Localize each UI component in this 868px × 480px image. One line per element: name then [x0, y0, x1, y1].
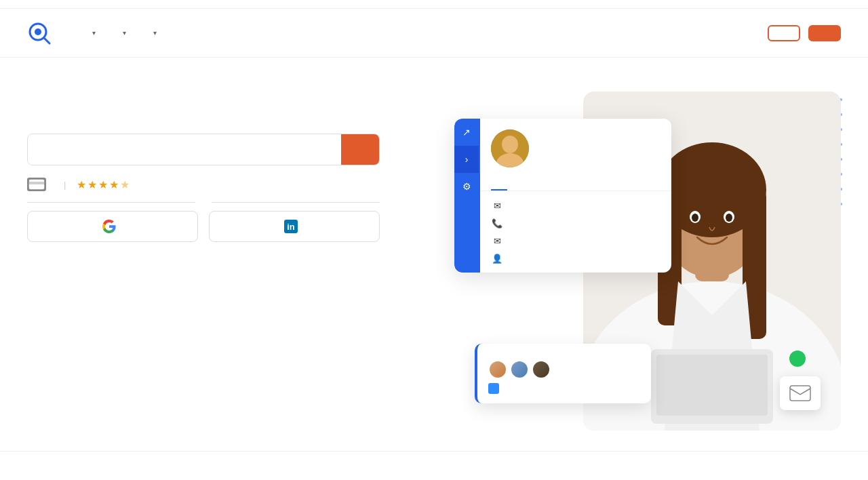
email-icon: ✉ — [491, 199, 503, 212]
trust-separator: | — [64, 180, 66, 190]
detail-phone1: 📞 — [491, 217, 660, 229]
google-icon — [102, 220, 116, 233]
detail-phone2: 👤 — [491, 252, 660, 264]
google-signup-button[interactable] — [27, 211, 198, 242]
external-link-icon[interactable]: ↗ — [454, 119, 479, 146]
notification-badge — [789, 351, 806, 367]
linkedin-icon: in — [284, 220, 298, 233]
svg-rect-21 — [790, 386, 810, 401]
login-button[interactable] — [732, 26, 760, 40]
email-envelope-icon — [789, 385, 811, 401]
hero-right: const dotsContainer = document.querySele… — [448, 98, 841, 424]
trust-row: | ★ ★ ★ ★ ★ — [27, 178, 420, 191]
zoom-icon — [488, 383, 499, 394]
about-chevron-icon: ▾ — [153, 29, 157, 37]
svg-point-1 — [35, 28, 41, 35]
email-form — [27, 134, 380, 165]
nav-links: ▾ ▾ ▾ — [79, 24, 732, 42]
profile-header — [480, 119, 671, 178]
star-rating: ★ ★ ★ ★ ★ — [77, 178, 130, 191]
meeting-card — [475, 344, 651, 403]
chevron-right-icon[interactable]: › — [454, 146, 479, 173]
nav-right — [732, 25, 841, 41]
svg-point-19 — [502, 136, 518, 153]
settings-icon[interactable]: ⚙ — [454, 173, 479, 200]
profile-details: ✉ 📞 ✉ 👤 — [480, 191, 671, 273]
profile-card-content: ✉ 📞 ✉ 👤 — [480, 119, 671, 273]
detail-email1: ✉ — [491, 199, 660, 212]
nav-started-button[interactable] — [808, 25, 841, 41]
svg-rect-17 — [656, 355, 768, 416]
credit-card-icon — [27, 178, 46, 191]
meeting-avatar-2 — [510, 360, 529, 379]
email-input[interactable] — [28, 134, 341, 165]
linkedin-signup-button[interactable]: in — [209, 211, 380, 242]
email-floating — [780, 376, 821, 410]
profile-tabs — [480, 178, 671, 191]
person-icon: 👤 — [491, 252, 503, 264]
trusted-section: amazon Google ☁ ⊞ — [0, 451, 868, 480]
hero-section: | ★ ★ ★ ★ ★ — [0, 58, 868, 451]
svg-point-14 — [692, 214, 698, 222]
pricing-nav-item[interactable] — [170, 28, 192, 39]
svg-point-15 — [726, 214, 732, 222]
meeting-avatar-3 — [532, 360, 551, 379]
customers-nav-item[interactable]: ▾ — [109, 24, 137, 42]
tab-contacts[interactable] — [507, 178, 524, 191]
tab-profile[interactable] — [491, 178, 507, 191]
email2-icon: ✉ — [491, 235, 503, 247]
features-nav-item[interactable]: ▾ — [79, 24, 106, 42]
svg-rect-4 — [28, 182, 45, 184]
meeting-zoom — [488, 383, 640, 394]
tab-company[interactable] — [524, 178, 540, 191]
meeting-avatar-1 — [488, 360, 507, 379]
hero-left: | ★ ★ ★ ★ ★ — [27, 98, 420, 252]
detail-email2: ✉ — [491, 235, 660, 247]
profile-card: ↗ › ⚙ — [454, 119, 671, 273]
demo-button[interactable] — [768, 25, 800, 41]
logo[interactable] — [27, 21, 57, 45]
meeting-avatars — [488, 360, 640, 379]
profile-sidebar: ↗ › ⚙ — [454, 119, 480, 273]
phone-icon: 📞 — [491, 217, 503, 229]
features-chevron-icon: ▾ — [92, 29, 96, 37]
or-divider — [27, 202, 380, 203]
form-cta-button[interactable] — [341, 134, 379, 165]
navbar: ▾ ▾ ▾ — [0, 9, 868, 58]
profile-avatar — [491, 129, 529, 167]
social-buttons: in — [27, 211, 380, 242]
logo-icon — [27, 21, 52, 45]
top-bar — [0, 0, 868, 9]
svg-line-2 — [44, 38, 50, 43]
about-nav-item[interactable]: ▾ — [140, 24, 167, 42]
customers-chevron-icon: ▾ — [123, 29, 126, 37]
